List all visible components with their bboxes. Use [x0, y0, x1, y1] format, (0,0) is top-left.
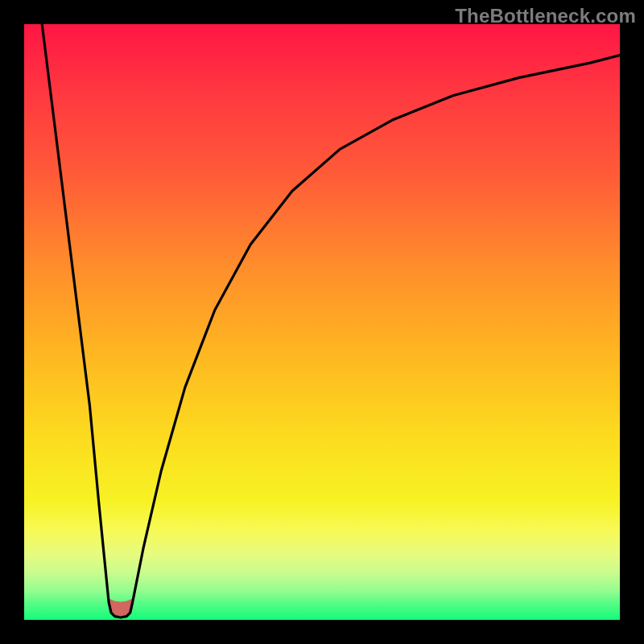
curve-layer [24, 24, 620, 620]
watermark-text: TheBottleneck.com [455, 5, 636, 27]
curve-line [42, 24, 620, 617]
chart-frame: TheBottleneck.com [0, 0, 644, 644]
plot-area [24, 24, 620, 620]
